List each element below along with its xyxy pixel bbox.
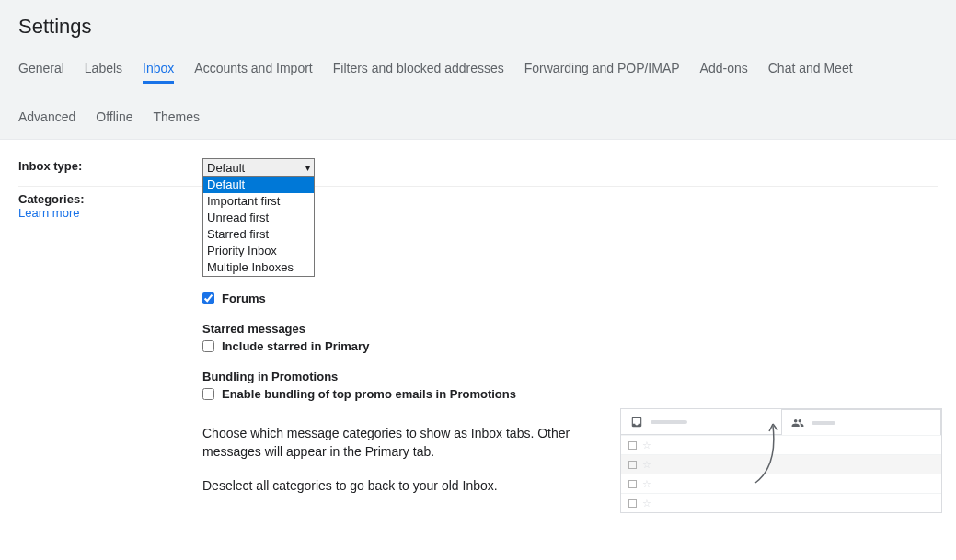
categories-label: Categories: [18, 192, 202, 206]
people-icon [791, 417, 804, 429]
preview-row: ☆ [621, 435, 941, 454]
tab-general[interactable]: General [18, 55, 64, 84]
tab-advanced[interactable]: Advanced [18, 104, 75, 130]
inbox-type-selected[interactable]: Default ▾ [202, 158, 315, 177]
tab-filters-blocked[interactable]: Filters and blocked addresses [333, 55, 504, 84]
tabs-row-2: Advanced Offline Themes [18, 91, 938, 139]
checkbox-include-starred-label[interactable]: Include starred in Primary [222, 339, 369, 353]
checkbox-include-starred-row: Include starred in Primary [202, 339, 942, 353]
option-priority-inbox[interactable]: Priority Inbox [203, 243, 314, 259]
categories-description: Choose which message categories to show … [202, 425, 589, 496]
preview-tab-social [781, 409, 941, 435]
option-multiple-inboxes[interactable]: Multiple Inboxes [203, 259, 314, 276]
bundling-heading: Bundling in Promotions [202, 370, 942, 383]
tab-inbox[interactable]: Inbox [143, 55, 174, 84]
tab-themes[interactable]: Themes [154, 104, 201, 130]
inbox-preview-illustration: ☆ ☆ ☆ ☆ [620, 408, 942, 513]
inbox-type-label: Inbox type: [18, 159, 82, 173]
checkbox-forums-label[interactable]: Forums [222, 291, 266, 305]
option-unread-first[interactable]: Unread first [203, 210, 314, 226]
tabs-row-1: General Labels Inbox Accounts and Import… [18, 55, 938, 91]
inbox-type-dropdown: Default Important first Unread first Sta… [202, 176, 315, 277]
categories-desc-1: Choose which message categories to show … [202, 425, 589, 461]
checkbox-enable-bundling-label[interactable]: Enable bundling of top promo emails in P… [222, 387, 516, 401]
settings-content: Inbox type: Default ▾ Default Important … [0, 140, 956, 535]
checkbox-include-starred[interactable] [202, 340, 214, 352]
tab-addons[interactable]: Add-ons [700, 55, 748, 84]
preview-row: ☆ [621, 454, 941, 474]
page-title: Settings [18, 15, 938, 39]
categories-desc-2: Deselect all categories to go back to yo… [202, 477, 589, 496]
preview-row: ☆ [621, 493, 941, 512]
tab-labels[interactable]: Labels [85, 55, 122, 84]
tab-accounts-import[interactable]: Accounts and Import [194, 55, 312, 84]
checkbox-bundling-row: Enable bundling of top promo emails in P… [202, 387, 942, 401]
checkbox-forums[interactable] [202, 292, 214, 304]
categories-row: Categories: Learn more Forums Starred me… [18, 187, 938, 522]
option-default[interactable]: Default [203, 177, 314, 193]
preview-row: ☆ [621, 474, 941, 493]
inbox-icon [630, 416, 643, 429]
tab-offline[interactable]: Offline [96, 104, 132, 130]
checkbox-forums-row: Forums [202, 291, 942, 305]
option-starred-first[interactable]: Starred first [203, 226, 314, 243]
option-important-first[interactable]: Important first [203, 193, 314, 210]
inbox-type-row: Inbox type: Default ▾ Default Important … [18, 153, 938, 187]
starred-messages-heading: Starred messages [202, 322, 942, 336]
settings-header: Settings General Labels Inbox Accounts a… [0, 0, 956, 140]
inbox-type-select[interactable]: Default ▾ Default Important first Unread… [202, 158, 315, 177]
inbox-type-selected-text: Default [207, 161, 245, 175]
learn-more-link[interactable]: Learn more [18, 206, 202, 220]
tab-chat-meet[interactable]: Chat and Meet [768, 55, 853, 84]
preview-tab-primary [621, 409, 781, 434]
tab-forwarding-pop-imap[interactable]: Forwarding and POP/IMAP [524, 55, 680, 84]
checkbox-enable-bundling[interactable] [202, 388, 214, 400]
chevron-down-icon: ▾ [305, 163, 310, 173]
